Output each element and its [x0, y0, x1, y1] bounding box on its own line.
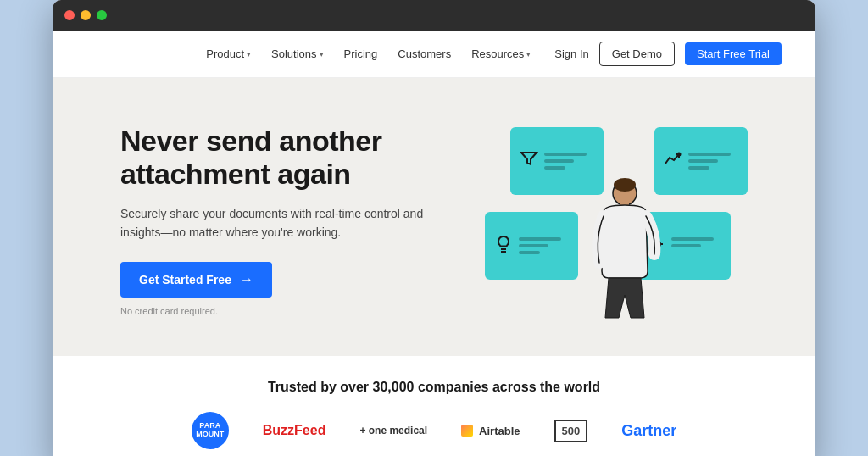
nav-links: Product ▾ Solutions ▾ Pricing Customers … — [206, 47, 531, 60]
arrow-icon: → — [240, 272, 253, 287]
logo-500: 500 — [554, 420, 588, 442]
svg-point-2 — [678, 153, 681, 156]
logo-list: PARAMOUNT BuzzFeed + one medical Airtabl… — [86, 412, 782, 449]
logo-onemedical: + one medical — [359, 425, 427, 437]
maximize-dot[interactable] — [97, 10, 107, 20]
nav-actions: Sign In Get Demo Start Free Trial — [554, 42, 782, 66]
person-illustration — [587, 170, 663, 322]
paramount-logo: PARAMOUNT — [192, 412, 229, 449]
nav-pricing[interactable]: Pricing — [344, 47, 378, 60]
nav-product[interactable]: Product ▾ — [206, 47, 251, 60]
hero-section: Never send another attachment again Secu… — [53, 78, 815, 356]
hero-left: Never send another attachment again Secu… — [120, 125, 442, 317]
navbar: Product ▾ Solutions ▾ Pricing Customers … — [53, 31, 815, 78]
no-credit-card-note: No credit card required. — [120, 306, 442, 316]
chevron-down-icon: ▾ — [526, 50, 531, 58]
svg-point-8 — [614, 178, 636, 192]
funnel-icon — [519, 149, 539, 173]
browser-body: Product ▾ Solutions ▾ Pricing Customers … — [53, 31, 815, 456]
chart-icon — [663, 149, 683, 173]
lightbulb-icon — [493, 234, 514, 258]
nav-solutions[interactable]: Solutions ▾ — [271, 47, 323, 60]
chevron-down-icon: ▾ — [247, 50, 251, 58]
hero-title: Never send another attachment again — [120, 125, 442, 191]
browser-window: Product ▾ Solutions ▾ Pricing Customers … — [53, 0, 815, 456]
trusted-section: Trusted by over 30,000 companies across … — [53, 356, 815, 456]
illustration-card-lightbulb — [485, 212, 578, 280]
logo-gartner: Gartner — [621, 422, 676, 440]
start-free-trial-button[interactable]: Start Free Trial — [685, 42, 782, 65]
sign-in-link[interactable]: Sign In — [554, 47, 588, 60]
illustration-card-chart — [654, 127, 748, 195]
logo-airtable: Airtable — [461, 425, 520, 437]
trusted-title: Trusted by over 30,000 companies across … — [86, 380, 782, 395]
airtable-icon — [461, 425, 473, 437]
minimize-dot[interactable] — [81, 10, 91, 20]
hero-subtitle: Securely share your documents with real-… — [120, 204, 442, 242]
get-started-button[interactable]: Get Started Free → — [120, 262, 272, 298]
logo-paramount: PARAMOUNT — [192, 412, 229, 449]
logo-buzzfeed: BuzzFeed — [263, 423, 326, 438]
close-dot[interactable] — [64, 10, 75, 20]
nav-resources[interactable]: Resources ▾ — [471, 47, 531, 60]
chevron-down-icon: ▾ — [320, 50, 324, 58]
nav-customers[interactable]: Customers — [398, 47, 451, 60]
hero-illustration — [459, 119, 748, 322]
get-demo-button[interactable]: Get Demo — [599, 42, 675, 66]
browser-chrome — [53, 0, 815, 31]
